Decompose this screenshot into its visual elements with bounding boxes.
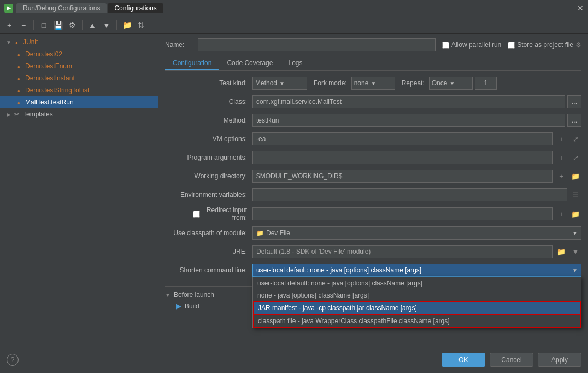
close-button[interactable]: ✕: [577, 4, 584, 13]
program-args-input[interactable]: [252, 151, 553, 164]
redirect-input-input[interactable]: [252, 207, 553, 220]
shorten-selected-value[interactable]: user-local default: none - java [options…: [252, 264, 581, 277]
jre-folder-icon[interactable]: 📁: [555, 246, 567, 258]
test-kind-arrow: ▼: [279, 80, 285, 86]
program-args-expand-icon[interactable]: +: [555, 151, 567, 164]
program-args-fullscreen-icon[interactable]: ⤢: [569, 151, 581, 164]
vm-options-input[interactable]: [252, 132, 553, 145]
tab-logs[interactable]: Logs: [280, 57, 310, 70]
vm-options-label: VM options:: [165, 135, 252, 143]
classpath-module-select[interactable]: 📁 Dev File ▼: [252, 226, 581, 240]
tree-item-demo-test02[interactable]: ⬥ Demo.test02: [0, 48, 158, 60]
tab-code-coverage[interactable]: Code Coverage: [219, 57, 280, 70]
method-field: ...: [252, 114, 581, 127]
program-args-label: Program arguments:: [165, 154, 252, 161]
toolbar-separator-3: [116, 20, 117, 30]
allow-parallel-row: Allow parallel run: [442, 41, 501, 49]
redirect-input-row: Redirect input from: + 📁: [165, 206, 581, 222]
method-browse-button[interactable]: ...: [567, 114, 581, 127]
classpath-row: Use classpath of module: 📁 Dev File ▼: [165, 226, 581, 240]
copy-button[interactable]: □: [38, 19, 50, 31]
before-launch-collapse-icon[interactable]: ▼: [165, 292, 170, 298]
shorten-dropdown-arrow: ▼: [572, 267, 578, 273]
store-as-project-checkbox[interactable]: [508, 42, 515, 49]
repeat-count-input[interactable]: [475, 77, 497, 90]
title-tab-run-debug[interactable]: Run/Debug Configurations: [16, 3, 107, 13]
jre-input[interactable]: [252, 245, 553, 258]
toolbar: + − □ 💾 ⚙ ▲ ▼ 📁 ⇅: [0, 16, 588, 34]
allow-parallel-checkbox[interactable]: [442, 42, 449, 49]
name-input[interactable]: [198, 38, 436, 51]
redirect-input-label: Redirect input from:: [202, 206, 247, 222]
working-dir-add-icon[interactable]: +: [555, 170, 567, 182]
working-dir-folder-icon[interactable]: 📁: [569, 170, 581, 182]
tree-item-demo-testinstant[interactable]: ⬥ Demo.testInstant: [0, 72, 158, 84]
shorten-value-text: user-local default: none - java [options…: [256, 266, 421, 274]
demo-teststringtolist-icon: ⬥: [14, 86, 23, 95]
ok-button[interactable]: OK: [442, 353, 485, 367]
sort-button[interactable]: ⇅: [135, 19, 147, 31]
vm-options-fullscreen-icon[interactable]: ⤢: [569, 133, 581, 145]
save-button[interactable]: 💾: [52, 19, 64, 31]
templates-icon: ✂: [12, 110, 21, 119]
dropdown-item-none[interactable]: none - java [options] className [args]: [253, 289, 581, 301]
test-kind-select[interactable]: Method ▼: [252, 77, 307, 90]
classpath-arrow-icon: ▼: [572, 230, 578, 236]
tree-label-demo-testenum: Demo.testEnum: [25, 62, 72, 70]
dropdown-item-user-local[interactable]: user-local default: none - java [options…: [253, 277, 581, 289]
env-vars-input[interactable]: [252, 188, 567, 201]
tree-label-malltest-testrun: MallTest.testRun: [25, 98, 74, 106]
app-icon: ▶: [4, 4, 13, 13]
title-tabs: Run/Debug Configurations Configurations: [16, 3, 163, 13]
apply-button[interactable]: Apply: [538, 353, 581, 367]
jre-arrow-icon[interactable]: ▼: [569, 246, 581, 258]
tree-arrow-templates: ▶: [5, 111, 12, 118]
tree-item-demo-testenum[interactable]: ⬥ Demo.testEnum: [0, 60, 158, 72]
fork-mode-arrow: ▼: [371, 80, 376, 86]
dropdown-item-jar-manifest[interactable]: JAR manifest - java -cp classpath.jar cl…: [253, 301, 581, 314]
before-launch-label: Before launch: [174, 291, 214, 299]
tree-label-junit: JUnit: [23, 38, 38, 46]
demo-testinstant-icon: ⬥: [14, 74, 23, 83]
cancel-button[interactable]: Cancel: [490, 353, 533, 367]
method-input[interactable]: [252, 114, 565, 127]
tree-item-malltest-testrun[interactable]: ⬥ MallTest.testRun: [0, 96, 158, 108]
main-layout: ▼ ⬥ JUnit ⬥ Demo.test02 ⬥ Demo.testEnum …: [0, 34, 588, 346]
redirect-folder-icon[interactable]: 📁: [569, 208, 581, 220]
bottom-bar: ? OK Cancel Apply: [0, 346, 588, 373]
tree-item-demo-teststringtolist[interactable]: ⬥ Demo.testStringToList: [0, 84, 158, 96]
test-kind-label: Test kind:: [165, 79, 252, 87]
help-button[interactable]: ?: [7, 354, 19, 366]
move-up-button[interactable]: ▲: [86, 19, 98, 31]
redirect-add-icon[interactable]: +: [555, 208, 567, 220]
remove-button[interactable]: −: [17, 19, 30, 31]
working-dir-label: Working directory:: [165, 172, 252, 180]
folder-button[interactable]: 📁: [121, 19, 133, 31]
classpath-label: Use classpath of module:: [165, 229, 252, 237]
title-tab-configurations[interactable]: Configurations: [108, 3, 163, 13]
vm-options-expand-icon[interactable]: +: [555, 133, 567, 145]
class-browse-button[interactable]: ...: [567, 95, 581, 108]
project-gear-icon[interactable]: ⚙: [575, 41, 581, 49]
move-down-button[interactable]: ▼: [101, 19, 113, 31]
repeat-select[interactable]: Once ▼: [429, 77, 473, 90]
store-as-project-row: Store as project file: [508, 41, 573, 49]
env-vars-edit-icon[interactable]: ☰: [569, 189, 581, 201]
fork-mode-select[interactable]: none ▼: [351, 77, 395, 90]
title-bar: ▶ Run/Debug Configurations Configuration…: [0, 0, 588, 16]
classpath-value: Dev File: [266, 229, 290, 237]
dropdown-item-classpath-file[interactable]: classpath file - java WrapperClass class…: [253, 314, 581, 328]
working-dir-input[interactable]: [252, 170, 553, 183]
store-as-project-label: Store as project file: [517, 41, 573, 49]
shorten-field: user-local default: none - java [options…: [252, 264, 581, 277]
class-input[interactable]: [252, 95, 565, 108]
add-button[interactable]: +: [3, 19, 15, 31]
tab-configuration[interactable]: Configuration: [165, 57, 219, 70]
settings-button[interactable]: ⚙: [66, 19, 78, 31]
redirect-input-checkbox[interactable]: [193, 211, 200, 218]
tree-item-templates[interactable]: ▶ ✂ Templates: [0, 108, 158, 120]
shorten-dropdown: user-local default: none - java [options…: [252, 277, 581, 328]
tree-item-junit[interactable]: ▼ ⬥ JUnit: [0, 36, 158, 48]
shorten-label: Shorten command line:: [165, 266, 252, 274]
program-args-field: + ⤢: [252, 151, 581, 164]
